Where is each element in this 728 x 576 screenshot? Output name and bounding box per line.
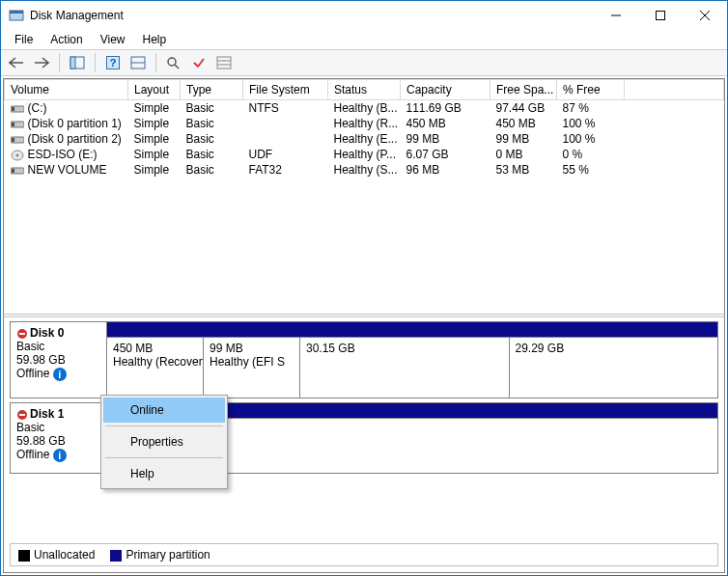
legend-primary: Primary partition — [110, 548, 210, 562]
col-type[interactable]: Type — [181, 80, 243, 100]
toolbar-view-button[interactable] — [66, 52, 89, 73]
cell-capacity: 96 MB — [401, 162, 490, 178]
menu-view[interactable]: View — [93, 31, 133, 48]
forward-button[interactable] — [30, 52, 53, 73]
toolbar-separator — [59, 53, 60, 72]
cell-type: Basic — [181, 131, 243, 147]
info-icon[interactable]: i — [53, 368, 67, 381]
partition[interactable]: 29.29 GB — [510, 338, 718, 398]
toolbar-check-button[interactable] — [187, 52, 210, 73]
toolbar-list-button[interactable] — [212, 52, 236, 73]
cell-layout: Simple — [128, 116, 181, 131]
svg-rect-2 — [657, 12, 665, 20]
svg-rect-15 — [12, 107, 14, 111]
toolbar: ? — [1, 49, 727, 76]
legend: Unallocated Primary partition — [10, 543, 718, 566]
volume-name: NEW VOLUME — [28, 163, 107, 177]
cell-layout: Simple — [128, 147, 181, 162]
volume-name: ESD-ISO (E:) — [28, 148, 98, 161]
menu-action[interactable]: Action — [42, 31, 90, 48]
cell-capacity: 450 MB — [401, 116, 490, 131]
svg-rect-19 — [12, 138, 14, 142]
table-row[interactable]: (Disk 0 partition 1)SimpleBasicHealthy (… — [5, 116, 724, 131]
svg-rect-11 — [217, 57, 231, 69]
volume-list[interactable]: Volume Layout Type File System Status Ca… — [4, 79, 724, 314]
partition-size: 450 MB — [113, 342, 197, 355]
disk-error-icon — [16, 328, 28, 340]
disk-header-0[interactable]: Disk 0 Basic 59.98 GB Offline i — [11, 322, 107, 398]
partition[interactable]: 450 MBHealthy (Recovery — [107, 338, 204, 398]
app-icon — [9, 8, 24, 23]
help-button[interactable]: ? — [101, 52, 125, 73]
table-row[interactable]: NEW VOLUMESimpleBasicFAT32Healthy (S...9… — [5, 162, 724, 178]
cell-type: Basic — [181, 162, 243, 178]
cell-fs: UDF — [243, 147, 328, 162]
minimize-button[interactable] — [594, 1, 638, 30]
partition[interactable]: 30.15 GB — [300, 338, 510, 398]
volume-icon — [11, 134, 24, 144]
context-properties[interactable]: Properties — [103, 429, 225, 454]
toolbar-layout-button[interactable] — [126, 52, 150, 73]
col-layout[interactable]: Layout — [128, 80, 181, 100]
close-button[interactable] — [683, 1, 727, 30]
back-button[interactable] — [5, 52, 28, 73]
disk-error-icon — [16, 409, 28, 421]
partition-size: 29.29 GB — [516, 342, 713, 355]
svg-point-21 — [15, 154, 18, 157]
col-volume[interactable]: Volume — [5, 80, 128, 100]
context-menu: Online Properties Help — [100, 395, 228, 489]
disk-header-1[interactable]: Disk 1 Basic 59.88 GB Offline i — [11, 403, 107, 473]
context-help[interactable]: Help — [103, 461, 225, 486]
table-row[interactable]: (Disk 0 partition 2)SimpleBasicHealthy (… — [5, 131, 724, 147]
cell-free: 97.44 GB — [490, 100, 557, 117]
menu-file[interactable]: File — [7, 31, 41, 48]
content-area: Volume Layout Type File System Status Ca… — [3, 78, 725, 573]
info-icon[interactable]: i — [53, 449, 67, 462]
partition-size: 99 MB — [210, 342, 294, 355]
cell-pct: 100 % — [557, 116, 625, 131]
col-capacity[interactable]: Capacity — [401, 80, 490, 100]
volume-table: Volume Layout Type File System Status Ca… — [4, 79, 724, 178]
cell-fs: FAT32 — [243, 162, 328, 178]
cell-type: Basic — [181, 147, 243, 162]
cell-pct: 0 % — [557, 147, 625, 162]
cell-capacity: 99 MB — [401, 131, 490, 147]
disk-row-0[interactable]: Disk 0 Basic 59.98 GB Offline i 450 MBHe… — [10, 321, 718, 398]
col-status[interactable]: Status — [328, 80, 401, 100]
col-filesystem[interactable]: File System — [243, 80, 328, 100]
menu-help[interactable]: Help — [135, 31, 175, 48]
swatch-unallocated — [18, 550, 30, 562]
svg-rect-23 — [12, 169, 14, 173]
table-row[interactable]: (C:)SimpleBasicNTFSHealthy (B...111.69 G… — [5, 100, 724, 117]
cell-layout: Simple — [128, 131, 181, 147]
disk-size: 59.98 GB — [16, 353, 100, 367]
volume-icon — [11, 165, 24, 175]
maximize-button[interactable] — [638, 1, 683, 30]
disk-map: Disk 0 Basic 59.98 GB Offline i 450 MBHe… — [4, 317, 724, 539]
volume-icon — [11, 150, 24, 159]
svg-rect-27 — [19, 414, 25, 416]
context-separator — [105, 425, 223, 426]
cell-layout: Simple — [128, 100, 181, 117]
svg-rect-17 — [12, 123, 14, 126]
volume-name: (Disk 0 partition 1) — [28, 117, 122, 130]
cell-layout: Simple — [128, 162, 181, 178]
disk-type: Basic — [16, 340, 100, 353]
cell-status: Healthy (E... — [328, 131, 401, 147]
col-extra[interactable] — [625, 80, 724, 100]
disk-size: 59.88 GB — [16, 434, 100, 448]
context-online[interactable]: Online — [103, 398, 225, 423]
titlebar[interactable]: Disk Management — [1, 1, 727, 30]
cell-status: Healthy (P... — [328, 147, 401, 162]
cell-type: Basic — [181, 116, 243, 131]
cell-free: 99 MB — [490, 131, 557, 147]
col-pctfree[interactable]: % Free — [557, 80, 625, 100]
table-row[interactable]: ESD-ISO (E:)SimpleBasicUDFHealthy (P...6… — [5, 147, 724, 162]
disk-type: Basic — [16, 421, 100, 434]
partition[interactable]: 99 MBHealthy (EFI S — [204, 338, 300, 398]
legend-unallocated: Unallocated — [18, 548, 95, 562]
refresh-button[interactable] — [162, 52, 185, 73]
col-freespace[interactable]: Free Spa... — [490, 80, 557, 100]
cell-type: Basic — [181, 100, 243, 117]
cell-status: Healthy (R... — [328, 116, 401, 131]
